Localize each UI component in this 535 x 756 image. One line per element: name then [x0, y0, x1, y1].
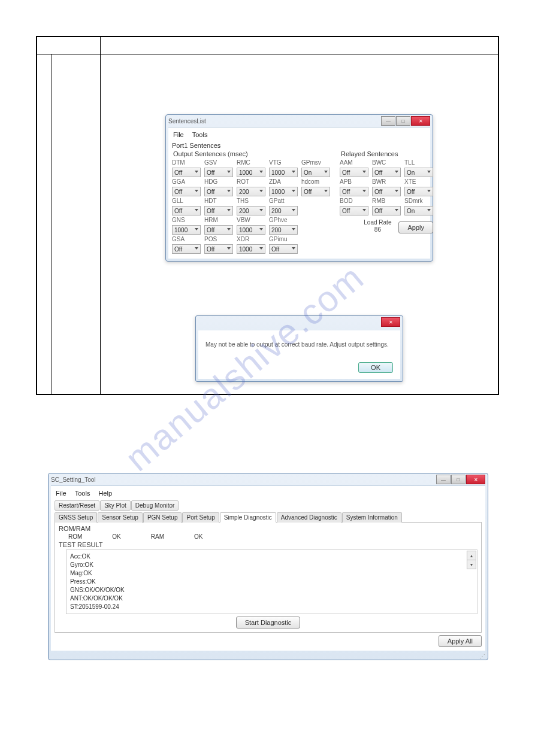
maximize-button[interactable]: □ — [396, 116, 410, 126]
test-result-line: Mag:OK — [70, 569, 473, 578]
output-label-xdr: XDR — [237, 235, 265, 244]
test-result-line: ST:2051599-00.24 — [70, 603, 473, 611]
dialog-close-button[interactable]: ✕ — [381, 317, 400, 327]
test-result-line: Acc:OK — [70, 552, 473, 561]
chevron-down-icon — [395, 209, 398, 211]
toolbutton-restart-reset[interactable]: Restart/Reset — [55, 500, 99, 511]
relayed-combo-sdmrk[interactable]: On — [404, 206, 433, 215]
tab-sensor-setup[interactable]: Sensor Setup — [98, 512, 143, 523]
close-button[interactable]: ✕ — [411, 116, 430, 126]
output-combo-gns[interactable]: 1000 — [172, 225, 201, 235]
scroll-down[interactable]: ▾ — [467, 560, 476, 569]
section-title: Port1 Sentences — [172, 142, 427, 149]
dialog-titlebar[interactable]: ✕ — [196, 316, 403, 328]
chevron-down-icon — [195, 171, 198, 173]
relayed-combo-rmb[interactable]: Off — [372, 206, 401, 215]
scroll-up[interactable]: ▴ — [467, 551, 476, 560]
relayed-combo-aam[interactable]: Off — [340, 168, 368, 177]
warning-dialog: ✕ May not be able to output at correct b… — [195, 315, 403, 382]
output-label-gsv: GSV — [204, 159, 233, 167]
start-diagnostic-button[interactable]: Start Diagnostic — [236, 617, 301, 629]
tab-system-information[interactable]: System Information — [342, 512, 402, 523]
output-combo-vbw[interactable]: 1000 — [237, 225, 265, 235]
window-title: SC_Setting_Tool — [51, 476, 436, 483]
relayed-combo-bod[interactable]: Off — [340, 206, 368, 215]
titlebar[interactable]: SentencesList — □ ✕ — [166, 115, 433, 127]
output-label-gpatt: GPatt — [269, 197, 298, 205]
relayed-combo-xte[interactable]: Off — [404, 187, 433, 196]
output-combo-vtg[interactable]: 1000 — [269, 168, 298, 177]
output-combo-gsa[interactable]: Off — [172, 244, 201, 254]
output-combo-hrm[interactable]: Off — [204, 225, 233, 235]
output-combo-gpmsv[interactable]: On — [301, 168, 330, 177]
output-combo-rmc[interactable]: 1000 — [237, 168, 265, 177]
toolbutton-debug-monitor[interactable]: Debug Monitor — [131, 500, 179, 511]
output-combo-gsv[interactable]: Off — [204, 168, 233, 177]
apply-all-button[interactable]: Apply All — [439, 635, 482, 647]
output-combo-hdt[interactable]: Off — [204, 206, 233, 215]
titlebar[interactable]: SC_Setting_Tool — □ ✕ — [49, 473, 488, 485]
chevron-down-icon — [195, 247, 198, 250]
testresult-title: TEST RESULT — [59, 541, 477, 548]
chevron-down-icon — [259, 190, 263, 192]
chevron-down-icon — [324, 190, 328, 192]
relayed-label-apb: APB — [340, 178, 368, 186]
relayed-combo-tll[interactable]: On — [404, 168, 433, 177]
menu-help[interactable]: Help — [98, 490, 112, 497]
menu-tools[interactable]: Tools — [75, 490, 90, 497]
menu-file[interactable]: File — [56, 490, 67, 497]
tab-gnss-setup[interactable]: GNSS Setup — [55, 512, 97, 523]
sc-setting-tool-window: SC_Setting_Tool — □ ✕ File Tools Help Re… — [48, 473, 488, 660]
output-label-gsa: GSA — [172, 235, 201, 244]
output-label-ths: THS — [237, 197, 265, 205]
chevron-down-icon — [227, 228, 231, 230]
output-combo-hdg[interactable]: Off — [204, 187, 233, 196]
output-combo-gpatt[interactable]: 200 — [269, 206, 298, 215]
load-rate: Load Rate 86 — [364, 219, 391, 233]
ok-button[interactable]: OK — [358, 362, 393, 373]
output-combo-rot[interactable]: 200 — [237, 187, 265, 196]
test-result-box: ▴ ▾ Acc:OKGyro:OKMag:OKPress:OKGNS:OK/OK… — [66, 549, 477, 614]
tab-advanced-diagnostic[interactable]: Advanced Diagnostic — [277, 512, 341, 523]
minimize-button[interactable]: — — [381, 116, 395, 126]
output-combo-gga[interactable]: Off — [172, 187, 201, 196]
relayed-sentences-title: Relayed Sentences — [341, 150, 433, 157]
tab-simple-diagnostic[interactable]: Simple Diagnostic — [220, 512, 276, 523]
relayed-combo-bwc[interactable]: Off — [372, 168, 401, 177]
chevron-down-icon — [292, 228, 295, 230]
tab-pgn-setup[interactable]: PGN Setup — [143, 512, 182, 523]
output-label-vbw: VBW — [237, 216, 265, 224]
output-combo-xdr[interactable]: 1000 — [237, 244, 265, 254]
test-result-line: Press:OK — [70, 578, 473, 586]
chevron-down-icon — [227, 247, 231, 250]
relayed-combo-bwr[interactable]: Off — [372, 187, 401, 196]
output-combo-hdcom (sp)[interactable]: Off — [301, 187, 330, 196]
chevron-down-icon — [362, 190, 366, 192]
resize-grip[interactable]: ⋰ — [49, 653, 488, 660]
maximize-button[interactable]: □ — [451, 475, 466, 484]
output-combo-gll[interactable]: Off — [172, 206, 201, 215]
output-combo-ths[interactable]: 200 — [237, 206, 265, 215]
relayed-label-bod: BOD — [340, 197, 368, 205]
chevron-down-icon — [362, 171, 366, 173]
menu-file[interactable]: File — [173, 131, 184, 138]
toolbutton-sky-plot[interactable]: Sky Plot — [100, 500, 131, 511]
relayed-combo-apb[interactable]: Off — [340, 187, 368, 196]
output-combo-dtm[interactable]: Off — [172, 168, 201, 177]
chevron-down-icon — [427, 171, 431, 173]
minimize-button[interactable]: — — [436, 475, 451, 484]
chevron-down-icon — [259, 247, 263, 250]
menu-tools[interactable]: Tools — [192, 131, 208, 138]
apply-button[interactable]: Apply — [398, 221, 433, 233]
output-combo-pos[interactable]: Off — [204, 244, 233, 254]
close-button[interactable]: ✕ — [466, 475, 485, 484]
ram-label: RAM — [151, 533, 164, 540]
chevron-down-icon — [195, 190, 198, 192]
output-combo-gphve[interactable]: 200 — [269, 225, 298, 235]
output-combo-gpimu[interactable]: Off — [269, 244, 298, 254]
tab-port-setup[interactable]: Port Setup — [182, 512, 219, 523]
relayed-label-rmb: RMB — [372, 197, 401, 205]
chevron-down-icon — [227, 171, 231, 173]
output-sentences-title: Output Sentences (msec) — [173, 150, 330, 157]
output-combo-zda[interactable]: 1000 — [269, 187, 298, 196]
